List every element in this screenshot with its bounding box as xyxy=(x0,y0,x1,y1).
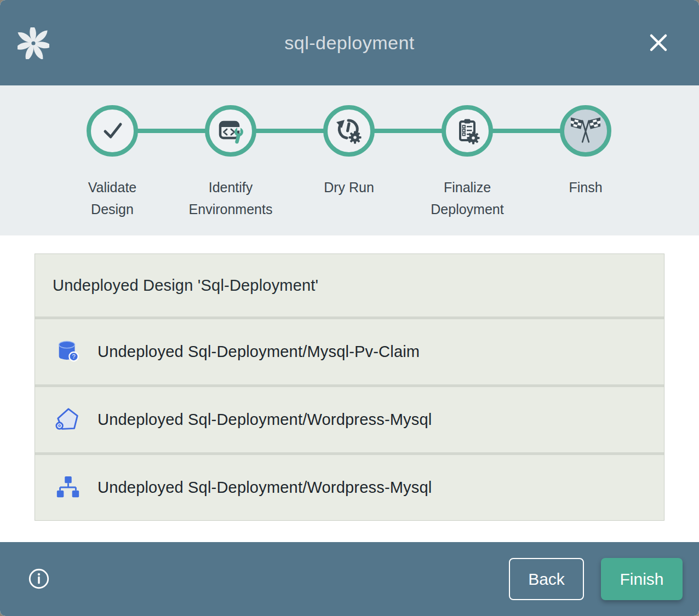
clipboard-gear-icon xyxy=(453,117,482,145)
finish-button[interactable]: Finish xyxy=(601,558,683,600)
dialog-body: Undeployed Design 'Sql-Deployment' ? Und… xyxy=(0,235,699,542)
step-circle-identify-environments[interactable] xyxy=(205,105,256,157)
topology-icon xyxy=(55,475,81,501)
dialog-header: sql-deployment xyxy=(0,0,699,85)
back-button[interactable]: Back xyxy=(509,558,584,600)
info-icon xyxy=(27,567,50,590)
history-gear-icon xyxy=(335,117,363,145)
sql-deployment-dialog: sql-deployment xyxy=(0,0,699,616)
nirmata-pinwheel-logo-icon xyxy=(18,27,49,59)
close-icon xyxy=(646,31,671,55)
step-label-finalize-deployment: Finalize Deployment xyxy=(423,176,511,220)
deployment-status-list: Undeployed Design 'Sql-Deployment' ? Und… xyxy=(35,254,664,521)
step-circle-dry-run[interactable] xyxy=(323,105,375,157)
check-icon xyxy=(98,117,127,145)
list-item-mysql-pv-claim: ? Undeployed Sql-Deployment/Mysql-Pv-Cla… xyxy=(35,319,664,384)
step-label-dry-run: Dry Run xyxy=(305,176,393,198)
svg-text:?: ? xyxy=(72,353,75,360)
wizard-stepper: Validate Design Identify Environments Dr… xyxy=(0,85,699,235)
step-circle-validate-design[interactable] xyxy=(87,105,138,157)
step-label-identify-environments: Identify Environments xyxy=(187,176,274,220)
checkered-flags-icon xyxy=(571,117,600,145)
list-item-text: Undeployed Sql-Deployment/Wordpress-Mysq… xyxy=(98,411,432,429)
list-item-text: Undeployed Design 'Sql-Deployment' xyxy=(53,277,318,295)
dialog-footer: Back Finish xyxy=(0,542,699,616)
list-item-design: Undeployed Design 'Sql-Deployment' xyxy=(35,254,664,316)
step-circle-finsh[interactable] xyxy=(560,105,611,157)
database-icon: ? xyxy=(55,339,81,365)
step-label-finsh: Finsh xyxy=(542,176,629,198)
code-window-wrench-icon xyxy=(216,117,245,145)
step-circle-finalize-deployment[interactable] xyxy=(442,105,493,157)
step-label-validate-design: Validate Design xyxy=(68,176,156,220)
info-button[interactable] xyxy=(27,567,50,590)
close-button[interactable] xyxy=(646,31,671,55)
list-item-wordpress-mysql-topology: Undeployed Sql-Deployment/Wordpress-Mysq… xyxy=(35,455,664,520)
list-item-wordpress-mysql-service: Undeployed Sql-Deployment/Wordpress-Mysq… xyxy=(35,387,664,452)
list-item-text: Undeployed Sql-Deployment/Wordpress-Mysq… xyxy=(98,479,432,497)
dialog-title: sql-deployment xyxy=(284,32,415,54)
list-item-text: Undeployed Sql-Deployment/Mysql-Pv-Claim xyxy=(98,343,420,361)
pod-icon xyxy=(55,407,81,433)
